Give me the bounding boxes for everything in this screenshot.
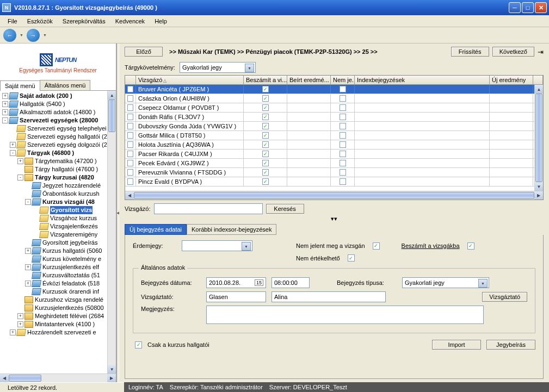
collapse-handle[interactable]: ▾▾ <box>125 215 544 222</box>
scroll-left-icon[interactable]: ◀ <box>0 374 9 382</box>
tree-item[interactable]: +Saját adatok (200 ) <box>2 92 116 100</box>
scroll-down-icon[interactable]: ▼ <box>108 365 116 374</box>
tree-expander[interactable]: + <box>25 264 31 270</box>
cell-beszamit-checkbox[interactable]: ✓ <box>262 86 269 92</box>
prev-button[interactable]: Előző <box>125 47 163 57</box>
pin-icon[interactable]: ⇥ <box>538 48 544 56</box>
row-checkbox[interactable] <box>127 114 133 120</box>
scroll-thumb[interactable] <box>134 192 534 199</box>
nav-back-button[interactable]: ← <box>3 29 16 42</box>
tree-item[interactable]: -Tárgy kurzusai (4820 <box>2 173 116 182</box>
tree-expander[interactable]: + <box>17 321 23 327</box>
menu-file[interactable]: File <box>3 17 22 26</box>
tree-expander[interactable]: + <box>2 101 8 107</box>
row-checkbox[interactable] <box>127 169 133 176</box>
tree-item[interactable]: Szervezeti egység telephelyei <box>2 125 116 133</box>
table-row[interactable]: Pacser Rikarda ( C4UJXM )✓ <box>125 150 543 159</box>
col-header-ujeredmeny[interactable]: Új eredmény <box>490 76 533 84</box>
row-checkbox[interactable] <box>127 160 133 166</box>
cell-nemjelent-checkbox[interactable] <box>340 104 346 111</box>
tree-item[interactable]: +Szervezeti egység dolgozói (2 <box>2 141 116 149</box>
only-course-checkbox[interactable]: ✓ <box>135 341 142 349</box>
col-header-checkbox[interactable] <box>125 76 136 84</box>
tree-item[interactable]: Kurzushoz vizsga rendelé <box>2 296 116 304</box>
tree-item[interactable]: Kurzus követelmény e <box>2 255 116 263</box>
examiner-firstname-input[interactable] <box>272 291 386 302</box>
tab-general-menu[interactable]: Általános menü <box>40 80 91 90</box>
minimize-button[interactable]: ─ <box>509 2 521 13</box>
tree-item[interactable]: +Meghirdetett félévei (2684 <box>2 312 116 320</box>
cell-beszamit-checkbox[interactable]: ✓ <box>262 178 269 185</box>
tree-item[interactable]: Kurzusjelentkezés (50800 <box>2 304 116 312</box>
col-header-name[interactable]: Vizsgázó△ <box>136 76 244 84</box>
cell-nemjelent-checkbox[interactable] <box>340 178 346 185</box>
cell-nemjelent-checkbox[interactable] <box>340 151 346 157</box>
cell-beszamit-checkbox[interactable]: ✓ <box>262 114 269 120</box>
scroll-thumb[interactable] <box>9 375 41 382</box>
row-checkbox[interactable] <box>127 104 133 111</box>
scroll-down-icon[interactable]: ▼ <box>535 182 543 191</box>
refresh-button[interactable]: Frissítés <box>451 47 489 57</box>
tree-item[interactable]: Kurzusváltoztatás (51 <box>2 271 116 279</box>
tree-item[interactable]: Jegyzet hozzárendelé <box>2 182 116 190</box>
nav-back-dropdown[interactable]: ▼ <box>17 33 26 37</box>
scroll-left-icon[interactable]: ◀ <box>125 191 134 200</box>
entry-time-input[interactable] <box>272 277 310 288</box>
tree[interactable]: +Saját adatok (200 )+Hallgatók (5400 )+A… <box>0 91 116 338</box>
tree-expander[interactable]: + <box>25 248 31 254</box>
maximize-button[interactable]: □ <box>522 2 534 13</box>
col-header-beszamit[interactable]: Beszámít a vi... <box>244 76 287 84</box>
write-grade-button[interactable]: Jegybeírás <box>486 340 535 350</box>
counts-label[interactable]: Beszámít a vizsgákba <box>402 242 460 249</box>
tree-expander[interactable]: + <box>17 158 23 164</box>
tree-item[interactable]: +Hallgatók (5400 ) <box>2 100 116 108</box>
tree-item[interactable]: Gyorsított vizs <box>2 206 116 214</box>
search-input[interactable] <box>154 203 263 214</box>
scroll-right-icon[interactable]: ▶ <box>107 374 116 382</box>
entry-type-select[interactable]: Gyakorlati jegy <box>402 277 489 288</box>
tree-expander[interactable]: - <box>25 199 31 205</box>
grade-select[interactable] <box>182 240 252 251</box>
tree-expander[interactable]: - <box>10 150 16 156</box>
cell-nemjelent-checkbox[interactable] <box>340 169 346 176</box>
tree-item[interactable]: Gyorsított jegybeírás <box>2 239 116 247</box>
tree-item[interactable]: Kurzusok órarendi inf <box>2 288 116 296</box>
close-button[interactable]: ✕ <box>535 2 547 13</box>
menu-help[interactable]: Help <box>150 17 171 26</box>
tree-item[interactable]: Vizsgajelentkezés <box>2 222 116 231</box>
not-evaluable-checkbox[interactable]: ✓ <box>348 254 355 262</box>
import-button[interactable]: Import <box>432 340 481 350</box>
tree-item[interactable]: +Hozzárendelt szervezeti e <box>2 328 116 337</box>
tab-own-menu[interactable]: Saját menü <box>0 80 40 91</box>
tree-expander[interactable]: + <box>10 142 16 148</box>
examiner-button[interactable]: Vizsgáztató <box>482 292 527 302</box>
tree-item[interactable]: +Kurzus hallgatói (5060 <box>2 247 116 255</box>
tab-new-entry[interactable]: Új bejegyzés adatai <box>125 224 187 235</box>
tree-item[interactable]: -Szervezeti egységek (28000 <box>2 116 116 125</box>
scroll-thumb[interactable] <box>108 99 115 132</box>
tree-item[interactable]: Szervezeti egység hallgatói (2 <box>2 133 116 141</box>
menu-role[interactable]: Szerepkörváltás <box>58 17 110 26</box>
tree-item[interactable]: -Kurzus vizsgái (48 <box>2 198 116 206</box>
col-header-beirt[interactable]: Beírt eredmé... <box>287 76 331 84</box>
tree-item[interactable]: +Mintatantervek (4100 ) <box>2 320 116 328</box>
cell-nemjelent-checkbox[interactable] <box>340 114 346 120</box>
tree-item[interactable]: +Évközi feladatok (518 <box>2 279 116 288</box>
cell-nemjelent-checkbox[interactable] <box>340 123 346 129</box>
scroll-up-icon[interactable]: ▲ <box>108 91 116 99</box>
tree-expander[interactable]: - <box>17 175 23 181</box>
col-header-index[interactable]: Indexbejegyzések <box>355 76 490 84</box>
note-textarea[interactable] <box>206 306 484 324</box>
cell-beszamit-checkbox[interactable]: ✓ <box>262 160 269 166</box>
menu-favorites[interactable]: Kedvencek <box>111 17 149 26</box>
table-row[interactable]: Perevuznik Vivianna ( FTSDDG )✓ <box>125 168 543 177</box>
row-checkbox[interactable] <box>127 95 133 102</box>
tree-scrollbar-vertical[interactable]: ▲ ▼ <box>107 91 116 374</box>
entry-date-input[interactable]: 2010.08.28.15 <box>206 277 266 288</box>
tree-expander[interactable]: + <box>2 109 8 115</box>
table-row[interactable]: Donáth Ráfis ( FL3OV7 )✓ <box>125 113 543 122</box>
row-checkbox[interactable] <box>127 132 133 139</box>
tree-expander[interactable]: + <box>2 93 8 99</box>
table-row[interactable]: Gottsár Milica ( DT8T50 )✓ <box>125 131 543 140</box>
cell-beszamit-checkbox[interactable]: ✓ <box>262 169 269 176</box>
